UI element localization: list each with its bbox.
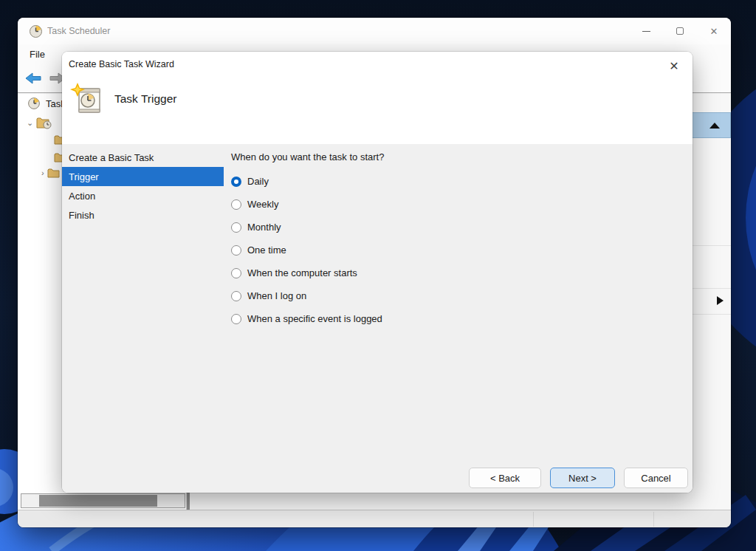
- option-weekly[interactable]: Weekly: [231, 193, 674, 216]
- option-daily[interactable]: Daily: [231, 170, 674, 193]
- horizontal-scrollbar[interactable]: [21, 493, 185, 508]
- back-arrow-icon[interactable]: [24, 71, 42, 86]
- cancel-button[interactable]: Cancel: [624, 468, 688, 488]
- task-scheduler-clock-icon: [28, 97, 40, 109]
- status-strip: [18, 510, 731, 527]
- close-icon: ✕: [669, 59, 678, 73]
- tree-root[interactable]: Task: [28, 97, 66, 109]
- option-when-i-log-on[interactable]: When I log on: [231, 284, 674, 307]
- folder-icon: [47, 168, 60, 178]
- close-icon: ✕: [710, 27, 718, 36]
- divider: [691, 314, 731, 315]
- radio-icon[interactable]: [231, 199, 241, 210]
- actions-pane-expander-icon[interactable]: [717, 296, 724, 305]
- step-action[interactable]: Action: [62, 186, 224, 205]
- step-trigger[interactable]: Trigger: [62, 167, 224, 186]
- radio-icon[interactable]: [231, 245, 241, 256]
- window-title: Task Scheduler: [47, 26, 110, 36]
- dialog-footer: < Back Next > Cancel: [62, 468, 693, 488]
- close-button[interactable]: ✕: [697, 18, 731, 44]
- dialog-close-button[interactable]: ✕: [664, 56, 684, 75]
- scheduled-task-wizard-icon: [70, 81, 103, 117]
- maximize-icon: [676, 27, 684, 35]
- back-button[interactable]: < Back: [469, 468, 541, 488]
- option-monthly[interactable]: Monthly: [231, 216, 674, 239]
- tree-library-node[interactable]: ⌄: [27, 116, 52, 129]
- wizard-steps-sidebar: Create a Basic Task Trigger Action Finis…: [62, 148, 224, 225]
- radio-selected-icon[interactable]: [231, 177, 241, 187]
- divider: [533, 512, 534, 527]
- chevron-right-icon[interactable]: ›: [41, 168, 44, 177]
- step-finish[interactable]: Finish: [62, 205, 224, 225]
- next-button[interactable]: Next >: [550, 468, 615, 488]
- scrollbar-up-button[interactable]: [690, 112, 731, 138]
- divider: [653, 512, 654, 527]
- trigger-options: Daily Weekly Monthly One time: [231, 170, 674, 330]
- radio-icon[interactable]: [231, 222, 241, 233]
- task-scheduler-clock-icon: [30, 25, 42, 38]
- dialog-body: Create a Basic Task Trigger Action Finis…: [62, 144, 693, 493]
- trigger-question-label: When do you want the task to start?: [231, 151, 674, 162]
- minimize-button[interactable]: [629, 18, 663, 44]
- minimize-icon: [642, 31, 650, 32]
- desktop: Task Scheduler ✕ File: [0, 0, 756, 551]
- window-controls: ✕: [629, 18, 731, 44]
- menu-file[interactable]: File: [23, 49, 52, 60]
- radio-icon[interactable]: [231, 268, 241, 278]
- divider: [691, 245, 731, 246]
- radio-icon[interactable]: [231, 291, 241, 301]
- radio-icon[interactable]: [231, 314, 241, 324]
- divider: [691, 288, 731, 289]
- maximize-button[interactable]: [663, 18, 697, 44]
- option-one-time[interactable]: One time: [231, 239, 674, 261]
- create-basic-task-wizard-dialog: Create Basic Task Wizard ✕ Task Trigger …: [62, 52, 693, 493]
- option-specific-event-logged[interactable]: When a specific event is logged: [231, 307, 674, 330]
- triangle-up-icon: [709, 123, 720, 129]
- step-create-basic-task[interactable]: Create a Basic Task: [62, 148, 224, 167]
- chevron-down-icon[interactable]: ⌄: [27, 118, 33, 128]
- titlebar[interactable]: Task Scheduler ✕: [18, 18, 731, 44]
- folder-with-clock-icon: [36, 116, 52, 129]
- option-when-computer-starts[interactable]: When the computer starts: [231, 261, 674, 284]
- wizard-content: When do you want the task to start? Dail…: [231, 144, 674, 330]
- scrollbar-thumb[interactable]: [39, 495, 157, 507]
- wizard-page-heading: Task Trigger: [114, 92, 176, 106]
- dialog-title: Create Basic Task Wizard: [69, 59, 174, 69]
- tree-folder-expandable[interactable]: ›: [41, 168, 60, 178]
- dialog-header: Create Basic Task Wizard ✕ Task Trigger: [62, 52, 693, 144]
